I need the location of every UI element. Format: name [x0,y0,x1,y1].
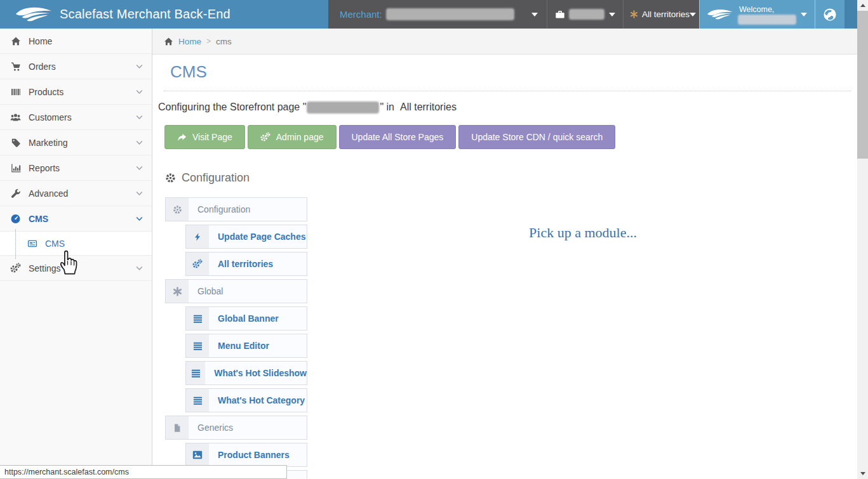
chevron-down-icon [136,266,143,271]
module-product-banners[interactable]: Product Banners [185,443,307,467]
welcome-label: Welcome, [739,5,795,14]
section-title: Configuration [182,171,250,185]
store-selector[interactable] [547,0,623,29]
module-whats-hot-slideshow[interactable]: What's Hot Slideshow [185,361,307,385]
chevron-down-icon [136,216,143,221]
sidebar-item-cms[interactable]: CMS [0,206,152,232]
module-menu-editor[interactable]: Menu Editor [185,334,307,358]
config-text-prefix: Configuring the Storefront page " [158,102,306,113]
merchant-name-redacted [387,10,513,19]
update-all-store-pages-button[interactable]: Update All Store Pages [339,125,457,149]
scroll-up-button[interactable] [857,0,868,11]
scroll-down-button[interactable] [857,468,868,479]
button-label: Update All Store Pages [352,132,444,142]
dashboard-icon [10,213,22,224]
chevron-down-icon [136,140,143,145]
sidebar-item-settings[interactable]: Settings [0,256,152,281]
language-globe-button[interactable] [815,0,845,29]
gear-icon [166,198,189,221]
module-label: Configuration [189,198,307,221]
button-label: Update Store CDN / quick search [471,132,603,142]
module-label: Menu Editor [209,334,307,357]
wrench-icon [10,188,22,199]
store-name-redacted [570,10,603,18]
module-label: What's Hot Slideshow [205,362,307,384]
home-icon [164,37,173,46]
module-label: Update Page Caches [209,225,307,248]
title-divider [164,91,851,91]
status-url-text: https://merchant.scalefast.com/cms [4,468,129,476]
module-dropzone[interactable]: Pick up a module... [507,225,659,241]
triangle-down-icon [860,472,865,475]
barcode-icon [10,87,22,97]
sidebar-item-orders[interactable]: Orders [0,54,152,79]
scalefast-wing-logo-icon [706,7,734,22]
module-all-territories[interactable]: All territories [185,252,307,276]
scrollbar-thumb[interactable] [857,11,868,159]
merchant-selector[interactable]: Merchant: [328,0,547,29]
button-label: Visit Page [192,132,232,142]
tag-icon [10,138,22,148]
file-icon [166,416,189,439]
sidebar-item-advanced[interactable]: Advanced [0,181,152,206]
sidebar-item-home[interactable]: Home [0,29,152,54]
vertical-scrollbar[interactable] [857,0,868,479]
module-global-banner[interactable]: Global Banner [185,306,307,331]
lines-icon [186,389,209,412]
action-buttons: Visit Page Admin page Update All Store P… [164,125,615,149]
territory-selector[interactable]: All territories [623,0,699,29]
sidebar-item-customers[interactable]: Customers [0,105,152,130]
module-generics[interactable]: Generics [165,416,307,440]
sidebar-item-products[interactable]: Products [0,79,152,105]
visit-page-button[interactable]: Visit Page [164,125,245,149]
module-update-page-caches[interactable]: Update Page Caches [185,225,307,249]
gears-icon [186,253,209,275]
gears-icon [260,132,270,142]
chevron-down-icon [136,64,143,69]
scalefast-wing-logo-icon [14,4,53,25]
chevron-down-icon [531,13,538,16]
admin-page-button[interactable]: Admin page [248,125,337,149]
chevron-down-icon [136,115,143,120]
configuration-section-header: Configuration [165,171,250,185]
chevron-down-icon [136,89,143,95]
sidebar-item-marketing[interactable]: Marketing [0,130,152,155]
sidebar-item-label: Orders [29,62,56,72]
briefcase-icon [555,10,565,20]
bolt-icon [186,225,209,248]
module-whats-hot-category[interactable]: What's Hot Category [185,388,307,412]
gears-icon [10,263,22,273]
chevron-down-icon [801,13,807,16]
sidebar-item-label: Products [29,87,63,97]
sidebar-item-reports[interactable]: Reports [0,155,152,181]
sidebar-nav: Home Orders [0,29,152,479]
module-label: What's Hot Category [209,389,307,412]
asterisk-icon [630,10,638,18]
sidebar-item-label: Home [29,36,52,46]
module-label: Generics [189,416,307,439]
asterisk-icon [166,280,189,303]
module-label: All territories [209,253,307,275]
sidebar-item-label: Marketing [29,138,67,148]
top-header: Scalefast Merchant Back-End Merchant: [0,0,857,29]
gear-icon [165,173,176,183]
sidebar-item-label: Customers [29,112,72,122]
visit-arrow-icon [177,133,187,142]
sidebar-item-label: Reports [29,163,60,173]
chevron-down-icon [609,13,615,16]
update-store-cdn-button[interactable]: Update Store CDN / quick search [458,125,615,149]
breadcrumb-home-link[interactable]: Home [178,37,201,46]
sidebar-subitem-cms[interactable]: CMS [0,232,152,256]
lines-icon [186,334,209,357]
config-territory: All territories [400,102,457,113]
merchant-label: Merchant: [340,9,382,20]
button-label: Admin page [276,132,324,142]
user-menu[interactable]: Welcome, [699,0,815,29]
configuring-line: Configuring the Storefront page " " in A… [158,102,457,113]
home-icon [10,36,22,46]
module-configuration[interactable]: Configuration [165,197,307,221]
chevron-down-icon [136,166,143,171]
breadcrumb-separator: > [206,37,211,46]
module-global[interactable]: Global [165,279,307,303]
lines-icon [186,362,205,384]
